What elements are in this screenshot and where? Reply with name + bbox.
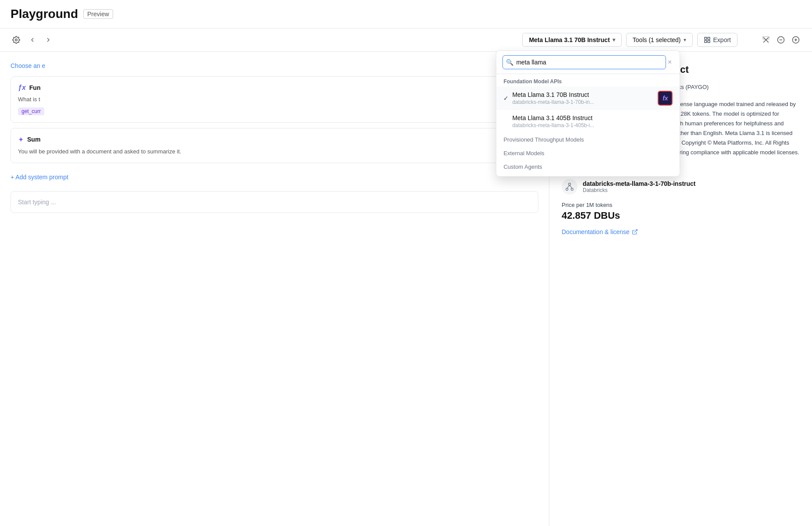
- model-dropdown: 🔍 × Foundation Model APIs ✓ Meta Llama 3…: [496, 50, 680, 177]
- dropdown-item-llama-70b[interactable]: ✓ Meta Llama 3.1 70B Instruct databricks…: [496, 86, 680, 110]
- search-clear-button[interactable]: ×: [666, 58, 673, 66]
- settings-icon-button[interactable]: [11, 34, 22, 46]
- svg-rect-3: [708, 40, 710, 43]
- clear-format-button[interactable]: [760, 34, 772, 46]
- model-info-row: databricks-meta-llama-3-1-70b-instruct D…: [562, 179, 800, 195]
- svg-point-13: [569, 183, 571, 185]
- choose-label: Choose an e: [11, 62, 538, 69]
- check-icon: ✓: [503, 95, 512, 102]
- tools-button[interactable]: Tools (1 selected) ▾: [626, 33, 693, 47]
- model-icon: [562, 179, 577, 195]
- svg-point-14: [566, 188, 568, 190]
- page-title: Playground: [11, 7, 78, 21]
- svg-line-18: [634, 229, 637, 232]
- zoom-out-button[interactable]: [775, 34, 787, 46]
- section-foundation: Foundation Model APIs ✓ Meta Llama 3.1 7…: [496, 74, 680, 133]
- header: Playground Preview: [0, 0, 812, 28]
- item-name-2: Meta Llama 3.1 405B Instruct: [512, 114, 673, 121]
- section-provisioned-label[interactable]: Provisioned Throughput Models: [496, 133, 680, 146]
- price-value: 42.857 DBUs: [562, 210, 800, 221]
- svg-point-0: [15, 39, 18, 41]
- doc-link[interactable]: Documentation & license: [562, 228, 800, 235]
- toolbar: Meta Llama 3.1 70B Instruct ▾ Tools (1 s…: [0, 28, 812, 52]
- search-icon: 🔍: [506, 59, 513, 66]
- export-label: Export: [713, 36, 731, 43]
- item-sub: databricks-meta-llama-3-1-70b-in...: [512, 99, 658, 105]
- function-card-icon: ƒx: [18, 84, 26, 92]
- function-prompt-card: ƒx Fun What is t get_curr: [11, 76, 538, 123]
- main-content: Choose an e ƒx Fun What is t get_curr ✦ …: [0, 52, 812, 526]
- item-name: Meta Llama 3.1 70B Instruct: [512, 91, 658, 98]
- doc-link-text: Documentation & license: [562, 228, 630, 235]
- summary-card-text: You will be provided with a document and…: [18, 147, 531, 156]
- nav-prev-button[interactable]: [27, 35, 38, 45]
- svg-rect-2: [708, 37, 710, 39]
- summary-prompt-card: ✦ Sum You will be provided with a docume…: [11, 128, 538, 163]
- item-info: Meta Llama 3.1 70B Instruct databricks-m…: [512, 91, 658, 105]
- svg-line-17: [570, 185, 572, 188]
- section-custom-label[interactable]: Custom Agents: [496, 160, 680, 176]
- section-external-label[interactable]: External Models: [496, 146, 680, 160]
- chat-input-area[interactable]: Start typing ...: [11, 191, 538, 213]
- item-info-2: Meta Llama 3.1 405B Instruct databricks-…: [512, 114, 673, 128]
- input-placeholder: Start typing ...: [18, 199, 56, 206]
- tools-chevron: ▾: [684, 37, 686, 43]
- section-foundation-label: Foundation Model APIs: [496, 74, 680, 86]
- dropdown-item-llama-405b[interactable]: Meta Llama 3.1 405B Instruct databricks-…: [496, 110, 680, 133]
- model-selector-label: Meta Llama 3.1 70B Instruct: [529, 36, 609, 43]
- external-link-icon: [632, 229, 638, 235]
- price-label: Price per 1M tokens: [562, 202, 800, 208]
- card-header: ƒx Fun: [18, 84, 531, 92]
- svg-line-16: [567, 185, 570, 188]
- search-box: 🔍 ×: [496, 51, 680, 74]
- search-wrapper: 🔍 ×: [502, 55, 673, 69]
- summary-card-header: ✦ Sum: [18, 135, 531, 144]
- model-name: databricks-meta-llama-3-1-70b-instruct: [583, 180, 696, 187]
- model-name-block: databricks-meta-llama-3-1-70b-instruct D…: [583, 180, 696, 193]
- export-icon: [704, 36, 711, 43]
- svg-rect-4: [705, 40, 707, 43]
- zoom-in-button[interactable]: [790, 34, 801, 46]
- tools-label: Tools (1 selected): [633, 36, 681, 43]
- svg-point-15: [571, 188, 573, 190]
- add-system-prompt-button[interactable]: + Add system prompt: [11, 168, 68, 186]
- item-sub-2: databricks-meta-llama-3-1-405b-i...: [512, 122, 673, 128]
- preview-badge: Preview: [83, 9, 113, 19]
- export-button[interactable]: Export: [697, 33, 737, 47]
- function-card-text: What is t: [18, 95, 531, 104]
- nav-next-button[interactable]: [43, 35, 53, 45]
- left-panel: Choose an e ƒx Fun What is t get_curr ✦ …: [0, 52, 549, 526]
- model-search-input[interactable]: [502, 55, 666, 69]
- model-selector-chevron: ▾: [613, 37, 615, 43]
- function-card-tag: get_curr: [18, 107, 44, 115]
- model-selector-button[interactable]: Meta Llama 3.1 70B Instruct ▾: [522, 33, 621, 47]
- model-provider: Databricks: [583, 187, 696, 193]
- summary-card-title: Sum: [27, 136, 40, 143]
- function-card-title: Fun: [29, 84, 41, 91]
- summary-card-icon: ✦: [18, 135, 24, 144]
- svg-rect-1: [705, 37, 707, 39]
- fx-badge-selected: fx: [658, 91, 673, 106]
